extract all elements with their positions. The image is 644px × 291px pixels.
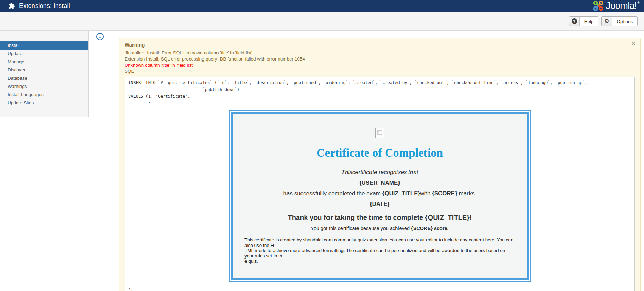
sql-code-block: INSERT INTO `#__quiz_certificates` (`id`…	[125, 77, 635, 291]
sidebar-menu: Install Update Manage Discover Database …	[0, 41, 88, 107]
certificate-got-line: You got this certificate because you ach…	[244, 226, 515, 231]
sidebar-item-manage[interactable]: Manage	[0, 58, 88, 66]
options-button-label: Options	[612, 17, 637, 26]
joomla-logo: Joomla! ®	[593, 0, 639, 11]
broken-image-icon	[375, 128, 384, 138]
warning-title: Warning	[125, 42, 635, 48]
sidebar-item-install-languages[interactable]: Install Languages	[0, 91, 88, 99]
help-button-label: Help	[580, 17, 598, 26]
warning-line-sql-error: Unknown column 'title' in 'field list'	[125, 62, 635, 68]
puzzle-icon	[8, 2, 15, 9]
sidebar-item-warnings[interactable]: Warnings	[0, 82, 88, 91]
options-button[interactable]: ⚙ Options	[601, 16, 638, 26]
certificate-exam-line: has successfullly completed the exam {QU…	[244, 190, 515, 197]
certificate-intro: Thiscertificate recognizes that	[244, 169, 515, 176]
certificate-date: {DATE}	[244, 201, 515, 208]
toolbar: ? Help ⚙ Options	[0, 12, 644, 31]
warning-line-jinstaller: JInstaller: :Install: Error SQL Unknown …	[125, 50, 635, 56]
sql-tail: ', 1, 0, '0000-00-00 00:00:00', 0, 0, '0…	[128, 286, 631, 291]
certificate-preview: Certificate of Completion Thiscertificat…	[229, 110, 531, 282]
joomla-logo-text: Joomla!	[606, 1, 637, 11]
certificate-thanks-line: Thank you for taking the time to complet…	[244, 214, 515, 222]
joomla-logo-icon	[593, 0, 604, 11]
sidebar-item-update[interactable]: Update	[0, 50, 88, 58]
sidebar-item-database[interactable]: Database	[0, 74, 88, 82]
warning-alert: × Warning JInstaller: :Install: Error SQ…	[119, 38, 641, 291]
arrow-left-circle-icon: ←	[98, 34, 102, 39]
certificate-title: Certificate of Completion	[244, 146, 515, 159]
close-icon[interactable]: ×	[632, 41, 635, 47]
gear-icon: ⚙	[602, 17, 612, 26]
sidebar: Install Update Manage Discover Database …	[0, 31, 89, 117]
question-circle-icon: ?	[569, 17, 580, 26]
certificate-user-name: {USER_NAME}	[244, 180, 515, 186]
quiz-title-placeholder: {QUIZ_TITLE}	[382, 190, 420, 197]
warning-line-extension: Extension Install: SQL error processing …	[125, 56, 635, 62]
certificate-description: This certificate is created by shondalai…	[244, 237, 515, 264]
help-button[interactable]: ? Help	[569, 16, 599, 26]
sql-equals-label: SQL =	[125, 68, 635, 75]
sidebar-item-update-sites[interactable]: Update Sites	[0, 99, 88, 107]
sidebar-item-install[interactable]: Install	[0, 41, 88, 50]
sidebar-collapse-button[interactable]: ←	[96, 33, 104, 40]
joomla-logo-reg: ®	[637, 1, 640, 4]
score-placeholder: {SCORE}	[432, 190, 457, 197]
header-bar: Extensions: Install Joomla! ®	[0, 0, 644, 12]
page-title: Extensions: Install	[19, 2, 70, 10]
sql-head: INSERT INTO `#__quiz_certificates` (`id`…	[128, 79, 631, 107]
sidebar-item-discover[interactable]: Discover	[0, 66, 88, 74]
